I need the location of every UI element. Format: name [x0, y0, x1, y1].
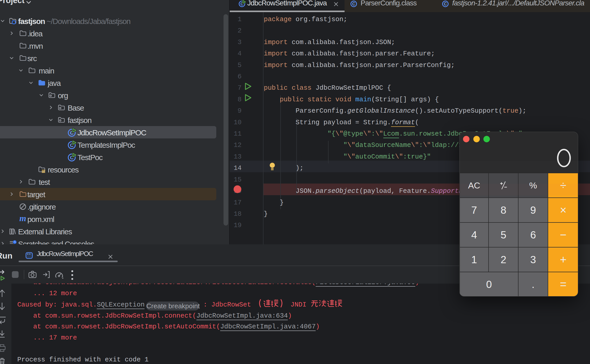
- svg-text:C: C: [352, 2, 355, 6]
- svg-text:C: C: [444, 2, 447, 6]
